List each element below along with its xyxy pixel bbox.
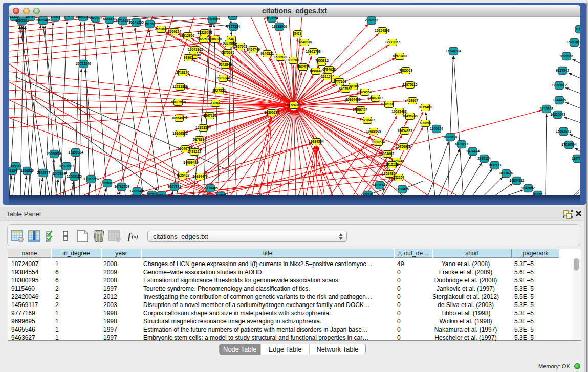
svg-text:10688609: 10688609: [366, 129, 381, 133]
svg-text:1145194: 1145194: [52, 172, 66, 176]
svg-text:9245652: 9245652: [521, 186, 535, 190]
svg-text:9146821: 9146821: [260, 52, 274, 55]
svg-text:6497568: 6497568: [339, 87, 352, 91]
svg-text:1990448: 1990448: [309, 69, 322, 73]
svg-text:20364436: 20364436: [345, 98, 361, 101]
svg-text:(x): (x): [132, 233, 138, 240]
svg-text:7663822: 7663822: [155, 27, 168, 31]
svg-text:16953: 16953: [51, 16, 60, 19]
svg-text:252254: 252254: [393, 176, 404, 179]
svg-text:15751074: 15751074: [567, 40, 580, 44]
svg-text:12093872: 12093872: [552, 83, 567, 87]
svg-text:98961: 98961: [184, 56, 193, 59]
svg-text:14136141: 14136141: [372, 183, 387, 187]
svg-text:6379197: 6379197: [455, 142, 468, 146]
svg-text:15692971: 15692971: [556, 129, 571, 133]
svg-text:6794028: 6794028: [322, 68, 336, 71]
svg-text:20691406: 20691406: [35, 18, 51, 22]
svg-text:8938918: 8938918: [444, 135, 457, 139]
svg-text:1890274: 1890274: [372, 140, 385, 144]
svg-text:12213389: 12213389: [172, 85, 188, 89]
svg-text:3624554: 3624554: [358, 90, 372, 94]
svg-text:12213967: 12213967: [385, 40, 400, 44]
svg-text:10411: 10411: [64, 16, 74, 18]
svg-text:751552: 751552: [144, 22, 156, 26]
svg-text:1527602: 1527602: [89, 16, 102, 20]
svg-text:18300275: 18300275: [264, 111, 279, 114]
svg-text:3215958: 3215958: [540, 107, 553, 111]
svg-text:12353594: 12353594: [195, 126, 211, 129]
svg-text:5878334: 5878334: [193, 138, 206, 141]
svg-text:1156829: 1156829: [20, 169, 34, 172]
svg-text:16543362: 16543362: [188, 48, 203, 51]
svg-text:9474444: 9474444: [466, 149, 480, 153]
svg-text:9115460: 9115460: [419, 105, 432, 109]
svg-text:2803144: 2803144: [216, 76, 230, 80]
svg-text:699695: 699695: [420, 121, 431, 125]
svg-text:3267110: 3267110: [203, 114, 216, 117]
svg-text:832203: 832203: [288, 58, 299, 62]
svg-text:15716485: 15716485: [203, 186, 218, 190]
svg-text:19218906: 19218906: [272, 25, 287, 28]
svg-text:8427552: 8427552: [212, 89, 226, 92]
svg-text:1588520: 1588520: [274, 55, 287, 59]
svg-text:10807487: 10807487: [368, 96, 383, 100]
svg-text:8471676: 8471676: [499, 171, 513, 175]
svg-text:2867608: 2867608: [234, 45, 247, 48]
svg-text:8912956: 8912956: [181, 34, 194, 37]
svg-text:20494: 20494: [26, 16, 36, 18]
svg-text:1733426: 1733426: [396, 187, 409, 191]
svg-text:12823485: 12823485: [129, 189, 145, 193]
svg-text:7886372: 7886372: [354, 108, 367, 112]
svg-text:10973493: 10973493: [392, 54, 407, 58]
svg-text:9227342: 9227342: [556, 69, 569, 72]
svg-text:16648784: 16648784: [446, 49, 461, 53]
svg-text:16782759: 16782759: [114, 185, 129, 188]
svg-text:20206536: 20206536: [47, 152, 62, 156]
svg-text:10654925: 10654925: [171, 116, 187, 120]
svg-text:19166822: 19166822: [172, 132, 188, 135]
svg-text:18724007: 18724007: [286, 103, 301, 107]
svg-text:7955812: 7955812: [315, 59, 329, 62]
svg-text:14099489: 14099489: [183, 161, 199, 164]
svg-text:17004: 17004: [211, 101, 221, 105]
svg-text:8660124: 8660124: [168, 30, 181, 33]
svg-text:16033809: 16033809: [205, 17, 220, 21]
svg-text:1362615: 1362615: [296, 65, 310, 69]
svg-text:16210643: 16210643: [550, 113, 565, 116]
svg-text:16961758: 16961758: [306, 50, 321, 53]
svg-text:15720407: 15720407: [360, 118, 375, 122]
svg-text:8813054: 8813054: [265, 16, 278, 20]
svg-text:1640954: 1640954: [430, 127, 443, 130]
svg-text:7485063: 7485063: [399, 69, 412, 72]
svg-text:12975115: 12975115: [403, 83, 418, 86]
svg-text:8454749: 8454749: [247, 48, 260, 51]
svg-text:16640910: 16640910: [297, 40, 312, 44]
svg-text:39154: 39154: [9, 169, 17, 172]
svg-text:19654923: 19654923: [397, 129, 412, 133]
svg-text:9329966: 9329966: [560, 54, 573, 58]
svg-text:16671355: 16671355: [128, 20, 144, 24]
svg-text:18107554: 18107554: [170, 100, 186, 104]
svg-text:7357224: 7357224: [227, 25, 240, 28]
svg-text:1498222: 1498222: [188, 150, 201, 154]
svg-text:17016504: 17016504: [561, 143, 577, 146]
svg-text:39975887: 39975887: [59, 164, 74, 168]
svg-text:13226058: 13226058: [197, 31, 212, 34]
svg-text:84131: 84131: [228, 16, 238, 17]
svg-text:2935114: 2935114: [477, 157, 491, 160]
svg-text:16914479: 16914479: [192, 174, 208, 178]
svg-text:7625402: 7625402: [176, 173, 189, 177]
svg-text:2942737: 2942737: [37, 171, 50, 174]
svg-text:2718170: 2718170: [176, 71, 189, 74]
svg-text:8186328: 8186328: [208, 37, 222, 41]
svg-text:1244415: 1244415: [553, 98, 566, 102]
svg-text:17359924: 17359924: [68, 150, 83, 154]
svg-text:7632621: 7632621: [488, 163, 502, 167]
svg-text:9242848: 9242848: [219, 63, 232, 67]
svg-text:20053346: 20053346: [76, 62, 91, 65]
svg-text:10154808: 10154808: [375, 29, 390, 32]
svg-text:62160: 62160: [384, 102, 394, 106]
svg-text:9084067: 9084067: [381, 152, 394, 156]
svg-text:116753: 116753: [572, 157, 580, 160]
